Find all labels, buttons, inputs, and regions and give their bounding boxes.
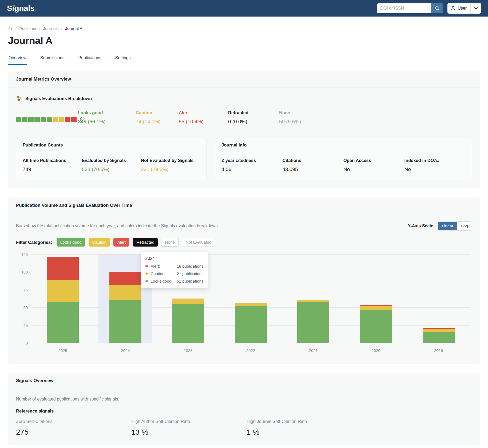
chevron-down-icon [474, 7, 478, 10]
alert-dot-icon [145, 265, 148, 267]
tab-publications[interactable]: Publications [78, 55, 102, 65]
stat-zero-self-citations: Zero Self-Citations 275 [16, 419, 131, 437]
bar-segment-caution [109, 285, 141, 300]
strip-square-red [71, 117, 77, 122]
strip-square-yellow [53, 117, 58, 122]
page-title: Journal A [8, 35, 480, 46]
signals-overview-title: Signals Overview [8, 372, 480, 389]
app-logo-text: Signals [7, 4, 34, 13]
search-icon [435, 6, 440, 11]
chart-description: Bars show the total publication volume f… [16, 224, 219, 228]
chart-column-2022[interactable] [219, 255, 282, 343]
filter-caution[interactable]: Caution [89, 238, 110, 247]
search-box [377, 3, 443, 13]
stat-open-access: Open Access No [343, 158, 404, 172]
stat-high-journal-self-citation: High Journal Self-Citation Rate 1 % [247, 419, 472, 437]
bar-segment-caution [423, 329, 455, 332]
x-tick-2019: 2019 [407, 348, 470, 353]
y-axis-scale-label: Y-Axis Scale: [408, 224, 435, 228]
user-label: User [458, 6, 467, 11]
x-tick-2024: 2024 [94, 348, 157, 353]
bar-segment-caution [297, 300, 329, 302]
bar-2022 [235, 303, 267, 343]
search-input[interactable] [377, 3, 431, 13]
y-tick: 25 [16, 323, 28, 328]
x-tick-2021: 2021 [282, 348, 345, 353]
x-tick-2022: 2022 [219, 348, 282, 353]
filter-alert[interactable]: Alert [113, 238, 129, 247]
chart-column-2021[interactable] [282, 255, 345, 343]
user-button[interactable]: User [447, 6, 470, 11]
bar-segment-looks-good [47, 302, 79, 343]
stat-indexed-doaj: Indexed in DOAJ No [404, 158, 466, 172]
stat-not-evaluated: Not Evaluated by Signals 221 (29.5%) [141, 158, 200, 172]
user-icon [451, 6, 455, 11]
stat-citations: Citations 43,095 [283, 158, 344, 172]
stat-alltime-publications: All-time Publications 749 [23, 158, 82, 172]
breadcrumb-current: Journal A [65, 26, 82, 31]
app-logo[interactable]: Signals. [7, 4, 37, 13]
strip-square-green [22, 117, 27, 122]
tab-overview[interactable]: Overview [8, 55, 27, 65]
app-logo-period: . [34, 4, 37, 13]
breadcrumb-journals[interactable]: Journals [43, 26, 59, 31]
x-tick-2025: 2025 [31, 348, 94, 353]
filter-not-evaluated[interactable]: Not Evaluated [182, 238, 215, 247]
scale-linear-button[interactable]: Linear [438, 222, 457, 230]
x-tick-2023: 2023 [157, 348, 219, 353]
caution-dot-icon [145, 272, 148, 275]
looks-good-dot-icon [145, 280, 148, 282]
x-axis-labels: 2025 2024 2023 2022 2021 2020 2019 [31, 348, 470, 353]
bar-2024 [109, 272, 141, 343]
bar-segment-looks-good [360, 310, 392, 343]
user-menu: User [447, 3, 481, 14]
tooltip-row-alert: Alert: 18 publications [145, 264, 204, 268]
breakdown-stats: Looks good 349 (66.1%) Caution 74 (14.0%… [78, 110, 472, 125]
tooltip-title: 2024 [145, 256, 204, 261]
chart-column-2019[interactable] [407, 255, 470, 343]
chart-plot-area [31, 255, 470, 343]
journal-info-title: Journal Info [215, 138, 472, 152]
bar-segment-alert [109, 272, 141, 285]
tab-submissions[interactable]: Submissions [40, 55, 65, 65]
strip-square-green [47, 117, 52, 122]
filter-categories-label: Filter Categories: [16, 240, 52, 245]
bar-2019 [423, 328, 455, 343]
stat-evaluated: Evaluated by Signals 528 (70.5%) [82, 158, 141, 172]
bar-segment-looks-good [235, 306, 267, 343]
bar-segment-looks-good [109, 300, 141, 343]
filter-retracted[interactable]: Retracted [133, 238, 158, 247]
chart-columns [31, 255, 470, 343]
home-icon[interactable] [8, 26, 13, 31]
stat-alert: Alert 55 (10.4%) [179, 110, 228, 125]
journal-info-card: Journal Info 2-year citedness 4.06 Citat… [215, 138, 472, 180]
chart-column-2025[interactable] [31, 255, 94, 343]
y-tick: 125 [16, 252, 28, 257]
user-dropdown-toggle[interactable] [470, 3, 481, 14]
y-tick: 0 [16, 341, 28, 345]
filter-none[interactable]: None [161, 238, 178, 247]
evaluations-cluster-icon [16, 95, 22, 102]
strip-square-green [41, 117, 46, 122]
bar-segment-looks-good [423, 332, 455, 343]
breakdown-title: Signals Evaluations Breakdown [25, 96, 92, 101]
tab-bar: Overview Submissions Publications Settin… [8, 55, 480, 65]
stat-none: None 50 (9.5%) [279, 110, 472, 125]
signals-description: Number of evaluated publications with sp… [16, 397, 472, 402]
filter-looks-good[interactable]: Looks good [57, 238, 85, 247]
bar-segment-caution [47, 280, 79, 302]
stat-high-author-self-citation: High Author Self-Citation Rate 13 % [131, 419, 247, 437]
breadcrumb-publisher[interactable]: Publisher [19, 26, 37, 31]
scale-log-button[interactable]: Log [457, 222, 472, 230]
strip-square-green [16, 117, 21, 122]
tooltip-row-looks-good: Looks good: 61 publications [145, 279, 204, 283]
tab-settings[interactable]: Settings [115, 55, 131, 65]
top-navigation-bar: Signals. User [0, 0, 488, 17]
search-button[interactable] [431, 3, 443, 13]
chart-column-2020[interactable] [345, 255, 407, 343]
bar-2025 [47, 257, 79, 343]
y-tick: 50 [16, 306, 28, 310]
reference-signals-stats: Zero Self-Citations 275 High Author Self… [16, 419, 472, 437]
breadcrumb: / Publisher / Journals / Journal A [8, 26, 480, 31]
strip-square-green [34, 117, 40, 122]
